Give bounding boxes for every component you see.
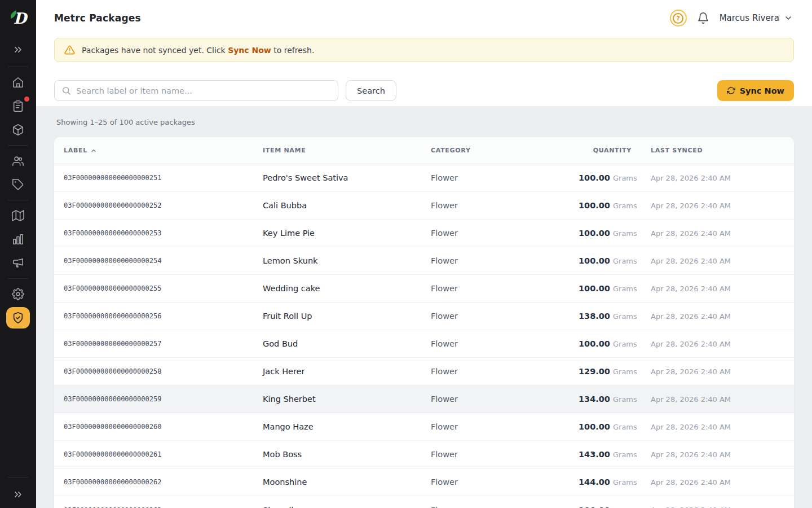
sidebar-item-users[interactable] (0, 149, 36, 173)
help-button[interactable]: ? (670, 10, 687, 27)
sidebar-item-announcements[interactable] (0, 251, 36, 275)
quantity: 100.00Grams (579, 256, 632, 265)
last-synced: Apr 28, 2026 2:40 AM (632, 340, 794, 348)
megaphone-icon (12, 257, 24, 269)
sidebar-item-clipboard[interactable] (0, 94, 36, 118)
sidebar: D (0, 0, 36, 508)
sidebar-spacer (0, 330, 36, 474)
table-row[interactable]: 03F000000000000000000256 Fruit Roll Up F… (54, 303, 794, 330)
sidebar-expand-button[interactable] (0, 36, 36, 63)
settings-gear-icon (12, 288, 24, 300)
item-name: Jack Herer (263, 367, 431, 376)
sidebar-item-tags[interactable] (0, 173, 36, 196)
search-button[interactable]: Search (346, 80, 396, 101)
sidebar-divider (8, 145, 28, 146)
last-synced: Apr 28, 2026 2:40 AM (632, 202, 794, 210)
table-row[interactable]: 03F000000000000000000252 Cali Bubba Flow… (54, 192, 794, 220)
sidebar-divider (8, 67, 28, 67)
sidebar-item-settings[interactable] (0, 282, 36, 306)
column-header-item-name[interactable]: Item Name (263, 147, 431, 154)
map-icon (12, 209, 24, 222)
package-label: 03F000000000000000000263 (54, 506, 263, 508)
app-root: D (0, 0, 812, 508)
shield-check-icon (12, 312, 24, 324)
toolbar: Search Sync Now (54, 80, 794, 101)
package-label: 03F000000000000000000253 (54, 229, 263, 237)
sidebar-item-packages[interactable] (0, 118, 36, 142)
last-synced: Apr 28, 2026 2:40 AM (632, 478, 794, 487)
last-synced: Apr 28, 2026 2:40 AM (632, 174, 794, 182)
home-icon (12, 76, 24, 89)
last-synced: Apr 28, 2026 2:40 AM (632, 423, 794, 431)
table-row[interactable]: 03F000000000000000000258 Jack Herer Flow… (54, 358, 794, 386)
sort-asc-icon (90, 147, 97, 154)
item-name: Mango Haze (263, 422, 431, 431)
sidebar-expand-button-bottom[interactable] (0, 481, 36, 508)
search-input[interactable] (76, 86, 331, 95)
table-row[interactable]: 03F000000000000000000259 King Sherbet Fl… (54, 386, 794, 413)
users-icon (12, 155, 24, 167)
item-name: Skywalker (263, 506, 431, 508)
sidebar-item-home[interactable] (0, 71, 36, 94)
chevrons-right-icon (12, 44, 24, 55)
item-name: Lemon Skunk (263, 256, 431, 265)
package-label: 03F000000000000000000255 (54, 284, 263, 292)
table-row[interactable]: 03F000000000000000000257 God Bud Flower … (54, 330, 794, 358)
header-actions: ? Marcus Rivera (670, 10, 793, 27)
quantity: 100.00Grams (579, 422, 632, 431)
sync-now-button[interactable]: Sync Now (717, 80, 794, 101)
column-header-last-synced[interactable]: Last Synced (632, 147, 794, 154)
notification-dot (24, 97, 29, 102)
user-name: Marcus Rivera (720, 13, 779, 23)
category: Flower (431, 422, 579, 431)
notifications-bell-button[interactable] (697, 12, 709, 24)
package-label: 03F000000000000000000259 (54, 395, 263, 403)
category: Flower (431, 229, 579, 238)
sidebar-item-compliance[interactable] (0, 306, 36, 330)
table-row[interactable]: 03F000000000000000000262 Moonshine Flowe… (54, 468, 794, 496)
package-label: 03F000000000000000000254 (54, 257, 263, 265)
bar-chart-icon (12, 233, 24, 246)
user-menu[interactable]: Marcus Rivera (720, 13, 793, 23)
item-name: Key Lime Pie (263, 229, 431, 238)
table-row[interactable]: 03F000000000000000000253 Key Lime Pie Fl… (54, 220, 794, 247)
package-cube-icon (12, 124, 24, 136)
last-synced: Apr 28, 2026 2:40 AM (632, 450, 794, 459)
category: Flower (431, 173, 579, 182)
category: Flower (431, 284, 579, 293)
package-label: 03F000000000000000000252 (54, 202, 263, 209)
package-label: 03F000000000000000000260 (54, 423, 263, 431)
column-header-label[interactable]: Label (54, 147, 263, 154)
item-name: Cali Bubba (263, 201, 431, 210)
category: Flower (431, 450, 579, 459)
package-label: 03F000000000000000000256 (54, 312, 263, 320)
table-row[interactable]: 03F000000000000000000251 Pedro's Sweet S… (54, 164, 794, 192)
sidebar-item-map[interactable] (0, 204, 36, 227)
table-row[interactable]: 03F000000000000000000263 Skywalker Flowe… (54, 496, 794, 508)
table-body: 03F000000000000000000251 Pedro's Sweet S… (54, 164, 794, 508)
quantity: 134.00Grams (579, 395, 632, 404)
category: Flower (431, 256, 579, 265)
category: Flower (431, 367, 579, 376)
sidebar-item-reports[interactable] (0, 227, 36, 251)
table-row[interactable]: 03F000000000000000000255 Wedding cake Fl… (54, 275, 794, 303)
table-row[interactable]: 03F000000000000000000261 Mob Boss Flower… (54, 441, 794, 468)
content-lower: Showing 1–25 of 100 active packages Labe… (36, 106, 812, 508)
column-header-category[interactable]: Category (431, 147, 579, 154)
last-synced: Apr 28, 2026 2:40 AM (632, 367, 794, 376)
results-summary: Showing 1–25 of 100 active packages (56, 118, 794, 126)
content-upper: Packages have not synced yet. Click Sync… (36, 36, 812, 106)
question-mark-icon: ? (673, 13, 683, 24)
table-row[interactable]: 03F000000000000000000254 Lemon Skunk Flo… (54, 247, 794, 275)
package-label: 03F000000000000000000261 (54, 450, 263, 458)
quantity: 100.00Grams (579, 506, 632, 508)
last-synced: Apr 28, 2026 2:40 AM (632, 312, 794, 321)
package-label: 03F000000000000000000257 (54, 340, 263, 348)
quantity: 100.00Grams (579, 173, 632, 182)
table-row[interactable]: 03F000000000000000000260 Mango Haze Flow… (54, 413, 794, 441)
leaf-icon (10, 10, 17, 19)
item-name: Wedding cake (263, 284, 431, 293)
quantity: 100.00Grams (579, 339, 632, 348)
column-header-quantity[interactable]: Quantity (579, 147, 632, 154)
last-synced: Apr 28, 2026 2:40 AM (632, 284, 794, 293)
